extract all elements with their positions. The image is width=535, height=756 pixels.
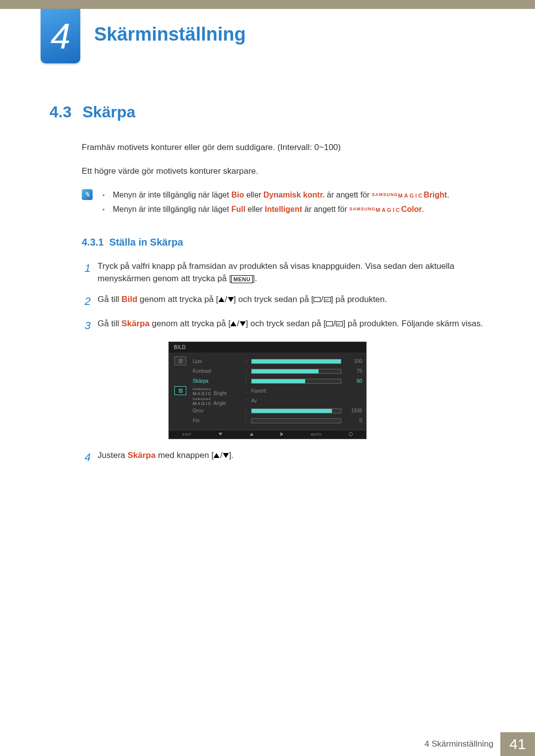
note1-mid: eller [244,191,264,199]
osd-label: Kontrast [193,368,242,374]
step-1-text: Tryck på valfri knapp på framsidan av pr… [98,260,485,285]
intro-text-2: Ett högre värde gör motivets konturer sk… [82,165,485,178]
enter-icon: / [314,293,331,306]
step1-end: ]. [253,274,257,283]
osd-side-icon-active: ▥ [174,386,186,395]
note1-kw2: Dynamisk kontr. [264,191,325,199]
osd-exit: EXIT [182,432,191,437]
up-down-icon: / [218,293,234,306]
note-item-1: Menyn är inte tillgänglig när läget Bio … [103,188,449,202]
step2-post2: ] på produkten. [331,295,387,304]
rect-icon [314,297,321,302]
footer-page-number: 41 [500,732,535,756]
top-color-bar [0,0,535,9]
osd-right-icon [280,432,283,436]
note2-pre: Menyn är inte tillgänglig när läget [113,205,231,213]
step3-kw: Skärpa [121,319,150,328]
step-2: 2 Gå till Bild genom att trycka på [/] o… [82,293,485,309]
osd-label: SAMSUNGMAGIC Angle [193,396,242,405]
step2-post1: ] och tryck sedan på [ [234,295,314,304]
osd-value: 0 [344,418,362,423]
note-block: ✎ Menyn är inte tillgänglig när läget Bi… [82,188,485,217]
step-3-number: 3 [82,317,91,334]
section-number: 4.3 [50,103,71,121]
osd-row-fin: Fin : 0 [193,416,362,426]
note1-samsung: SAMSUNG [372,192,398,197]
osd-rows: Ljus : 100 Kontrast : 75 Skärpa : 60 [193,356,362,426]
step3-pre: Gå till [98,319,121,328]
triangle-up-icon [230,321,236,326]
triangle-up-icon [214,453,219,458]
step2-pre: Gå till [98,295,121,304]
chapter-title: Skärminställning [94,24,246,45]
note2-suffix: Color [401,205,422,213]
note1-pre: Menyn är inte tillgänglig när läget [113,191,231,199]
subsection-heading: 4.3.1 Ställa in Skärpa [82,237,485,248]
step2-kw: Bild [121,295,137,304]
osd-label: Fin [193,418,242,423]
osd-row-magic-angle: SAMSUNGMAGIC Angle : Av [193,396,362,406]
osd-title: BILD [169,342,366,353]
note-item-2: Menyn är inte tillgänglig när läget Full… [103,202,449,217]
rect-icon [326,321,333,326]
step-1-number: 1 [82,260,91,285]
step3-post1: ] och tryck sedan på [ [246,319,326,328]
osd-row-grov: Grov : 1936 [193,406,362,416]
triangle-down-icon [240,321,246,326]
note1-suffix: Bright [424,191,447,199]
osd-value: 100 [344,358,362,364]
note1-magic: MAGIC [398,193,424,199]
triangle-down-icon [223,453,229,458]
osd-value: 60 [344,378,362,384]
step-1: 1 Tryck på valfri knapp på framsidan av … [82,260,485,285]
note2-mid: eller [245,205,265,213]
note1-kw1: Bio [231,191,244,199]
osd-value: Favorit [251,388,362,394]
step3-mid: genom att trycka på [ [150,319,230,328]
step4-kw: Skärpa [127,451,156,460]
page-header: 4 Skärminställning [0,9,535,63]
step-4: 4 Justera Skärpa med knappen [/]. [82,449,485,465]
return-icon [336,321,343,326]
menu-button-label: MENU [231,275,252,283]
osd-footer: EXIT AUTO [169,430,366,439]
osd-label: SAMSUNGMAGIC Bright [193,386,242,395]
osd-label: Skärpa [193,378,242,384]
osd-value: Av [251,398,362,403]
intro-text-1: Framhäv motivets konturer eller gör dem … [82,141,485,154]
osd-label: Grov [193,408,242,413]
osd-label: Ljus [193,358,242,364]
note-list: Menyn är inte tillgänglig när läget Bio … [103,188,449,217]
osd-value: 1936 [344,408,362,413]
section-heading: 4.3 Skärpa [50,103,485,121]
note-icon: ✎ [82,189,93,200]
osd-down-icon [218,433,222,436]
steps-list-cont: 4 Justera Skärpa med knappen [/]. [82,449,485,465]
triangle-up-icon [218,297,224,302]
enter-icon: / [326,317,343,330]
step3-post2: ] på produkten. Följande skärm visas. [343,319,483,328]
step2-mid: genom att trycka på [ [137,295,218,304]
return-icon [324,297,331,302]
osd-side-icon: ▥ [174,356,186,365]
osd-value: 75 [344,368,362,374]
up-down-icon: / [214,449,229,462]
steps-list: 1 Tryck på valfri knapp på framsidan av … [82,260,485,334]
step-4-text: Justera Skärpa med knappen [/]. [98,449,485,465]
step4-pre: Justera [98,451,127,460]
step1-pre: Tryck på valfri knapp på framsidan av pr… [98,261,454,284]
subsection-number: 4.3.1 [82,237,104,248]
note2-magic: MAGIC [375,207,401,213]
osd-screenshot: BILD ▥ ▥ Ljus : 100 Kontrast : 75 [168,342,367,439]
osd-power-icon [349,432,353,436]
note2-samsung: SAMSUNG [349,206,375,211]
step4-end: ]. [229,451,233,460]
section-title: Skärpa [82,103,135,121]
page-footer: 4 Skärminställning 41 [0,732,535,756]
osd-body: ▥ ▥ Ljus : 100 Kontrast : 75 Skä [169,353,366,430]
osd-up-icon [250,433,254,436]
step-3-text: Gå till Skärpa genom att trycka på [/] o… [98,317,485,334]
osd-row-skarpa: Skärpa : 60 [193,376,362,386]
footer-chapter-ref: 4 Skärminställning [425,739,500,749]
subsection-title: Ställa in Skärpa [109,237,183,248]
